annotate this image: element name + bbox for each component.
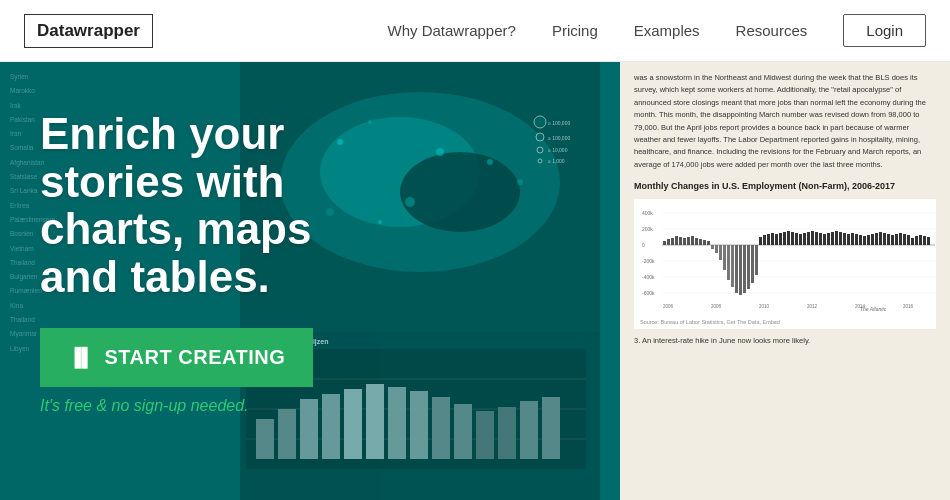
svg-rect-56 — [683, 238, 686, 245]
svg-rect-115 — [919, 235, 922, 245]
svg-rect-84 — [795, 233, 798, 245]
svg-rect-51 — [663, 241, 666, 245]
svg-rect-83 — [791, 232, 794, 245]
nav-why[interactable]: Why Datawrapper? — [387, 22, 515, 39]
svg-rect-34 — [476, 411, 494, 459]
svg-rect-102 — [867, 235, 870, 245]
free-signup-text: It's free & no sign-up needed. — [40, 397, 370, 415]
svg-rect-112 — [907, 235, 910, 245]
svg-rect-99 — [855, 234, 858, 245]
svg-point-14 — [537, 147, 543, 153]
svg-text:-600k: -600k — [642, 290, 655, 296]
svg-rect-98 — [851, 233, 854, 245]
svg-text:The Atlantic: The Atlantic — [860, 306, 887, 312]
svg-point-3 — [400, 152, 520, 232]
svg-rect-61 — [703, 240, 706, 245]
employment-bars-svg: 400k 200k 0 -200k -400k -600k — [640, 203, 935, 313]
svg-rect-57 — [687, 237, 690, 245]
svg-rect-64 — [715, 245, 718, 253]
svg-rect-86 — [803, 233, 806, 245]
svg-rect-73 — [751, 245, 754, 283]
svg-rect-72 — [747, 245, 750, 289]
svg-rect-103 — [871, 234, 874, 245]
svg-rect-117 — [927, 237, 930, 245]
svg-rect-76 — [763, 235, 766, 245]
header: Datawrapper Why Datawrapper? Pricing Exa… — [0, 0, 950, 62]
article-text2: 3. An interest-rate hike in June now loo… — [634, 335, 936, 346]
svg-rect-77 — [767, 234, 770, 245]
svg-text:≥ 1,000: ≥ 1,000 — [548, 158, 565, 164]
chart-title: Monthly Changes in U.S. Employment (Non-… — [634, 181, 936, 193]
employment-chart: 400k 200k 0 -200k -400k -600k — [634, 199, 936, 329]
svg-rect-106 — [883, 233, 886, 245]
svg-rect-53 — [671, 238, 674, 245]
svg-rect-37 — [542, 397, 560, 459]
nav-pricing[interactable]: Pricing — [552, 22, 598, 39]
svg-point-12 — [534, 116, 546, 128]
svg-rect-92 — [827, 233, 830, 245]
svg-rect-109 — [895, 234, 898, 245]
svg-rect-38 — [640, 203, 935, 313]
navigation: Why Datawrapper? Pricing Examples Resour… — [387, 14, 926, 47]
svg-point-13 — [536, 133, 544, 141]
start-creating-button[interactable]: ▐▌ START CREATING — [40, 328, 313, 387]
svg-point-6 — [436, 148, 444, 156]
svg-text:0: 0 — [642, 242, 645, 248]
login-button[interactable]: Login — [843, 14, 926, 47]
svg-rect-55 — [679, 237, 682, 245]
svg-text:≥ 100,000: ≥ 100,000 — [548, 120, 570, 126]
svg-text:400k: 400k — [642, 210, 653, 216]
svg-rect-58 — [691, 236, 694, 245]
svg-rect-78 — [771, 233, 774, 245]
svg-rect-90 — [819, 233, 822, 245]
svg-rect-36 — [520, 401, 538, 459]
hero-title: Enrich your stories with charts, maps an… — [40, 110, 370, 300]
svg-rect-110 — [899, 233, 902, 245]
svg-rect-108 — [891, 235, 894, 245]
svg-text:≥ 10,000: ≥ 10,000 — [548, 147, 568, 153]
hero-section: ≥ 100,000 ≥ 100,000 ≥ 10,000 ≥ 1,000 Syr… — [0, 62, 950, 500]
svg-text:2008: 2008 — [711, 304, 722, 309]
svg-rect-68 — [731, 245, 734, 287]
chart-bar-icon: ▐▌ — [68, 347, 95, 368]
article-panel: was a snowstorm in the Northeast and Mid… — [620, 62, 950, 500]
svg-point-7 — [487, 159, 493, 165]
svg-rect-89 — [815, 232, 818, 245]
svg-rect-105 — [879, 232, 882, 245]
svg-rect-31 — [410, 391, 428, 459]
svg-rect-88 — [811, 231, 814, 245]
svg-rect-97 — [847, 234, 850, 245]
svg-text:≥ 100,000: ≥ 100,000 — [548, 135, 570, 141]
svg-rect-79 — [775, 234, 778, 245]
svg-rect-66 — [723, 245, 726, 270]
svg-text:-200k: -200k — [642, 258, 655, 264]
chart-source: Source: Bureau of Labor Statistics, Get … — [640, 319, 930, 325]
svg-rect-96 — [843, 233, 846, 245]
svg-rect-62 — [707, 241, 710, 245]
svg-rect-52 — [667, 239, 670, 245]
svg-point-15 — [538, 159, 542, 163]
svg-text:2012: 2012 — [807, 304, 818, 309]
logo[interactable]: Datawrapper — [24, 14, 153, 48]
svg-text:2006: 2006 — [663, 304, 674, 309]
svg-rect-74 — [755, 245, 758, 275]
svg-rect-85 — [799, 234, 802, 245]
svg-rect-91 — [823, 234, 826, 245]
svg-rect-60 — [699, 239, 702, 245]
svg-rect-75 — [759, 237, 762, 245]
article-content: was a snowstorm in the Northeast and Mid… — [620, 62, 950, 356]
svg-rect-33 — [454, 404, 472, 459]
svg-rect-104 — [875, 233, 878, 245]
svg-rect-80 — [779, 233, 782, 245]
hero-text-area: Enrich your stories with charts, maps an… — [0, 82, 410, 443]
svg-rect-63 — [711, 245, 714, 249]
svg-rect-59 — [695, 238, 698, 245]
nav-resources[interactable]: Resources — [736, 22, 808, 39]
svg-rect-93 — [831, 232, 834, 245]
svg-rect-114 — [915, 236, 918, 245]
svg-rect-69 — [735, 245, 738, 293]
svg-rect-87 — [807, 232, 810, 245]
nav-examples[interactable]: Examples — [634, 22, 700, 39]
svg-rect-71 — [743, 245, 746, 293]
svg-rect-67 — [727, 245, 730, 280]
